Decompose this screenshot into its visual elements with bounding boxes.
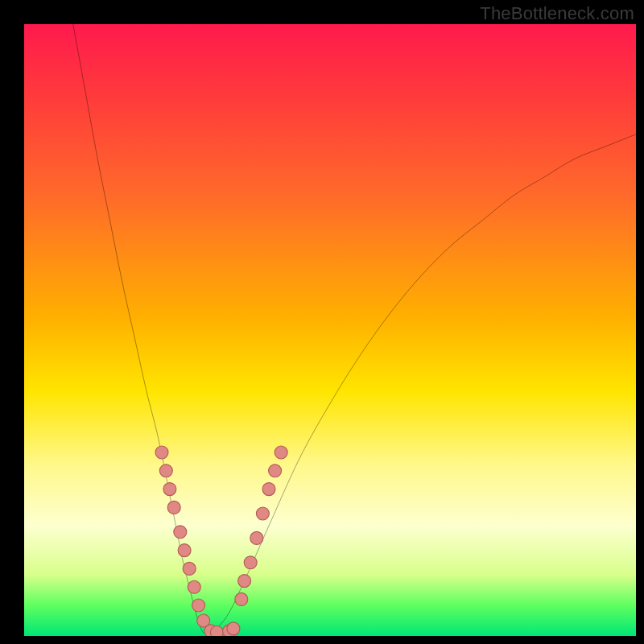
data-dot bbox=[227, 622, 240, 635]
data-dot bbox=[163, 483, 176, 496]
data-dot bbox=[262, 483, 275, 496]
data-dot bbox=[210, 625, 223, 636]
data-dot bbox=[192, 599, 205, 612]
chart-stage: TheBottleneck.com bbox=[0, 0, 644, 644]
data-dot bbox=[269, 464, 282, 477]
data-dot bbox=[244, 556, 257, 569]
data-dot bbox=[178, 544, 191, 557]
series-dots bbox=[155, 446, 287, 636]
data-dot bbox=[238, 575, 251, 588]
data-dot bbox=[275, 446, 287, 459]
plot-area bbox=[24, 24, 636, 636]
chart-svg bbox=[24, 24, 636, 636]
data-dot bbox=[183, 562, 196, 575]
curve-right-branch bbox=[208, 134, 636, 636]
data-dot bbox=[235, 592, 248, 605]
data-dot bbox=[159, 464, 172, 477]
data-dot bbox=[155, 446, 168, 459]
data-dot bbox=[256, 507, 269, 520]
data-dot bbox=[188, 580, 200, 593]
data-dot bbox=[174, 526, 187, 539]
watermark-text: TheBottleneck.com bbox=[480, 3, 634, 24]
data-dot bbox=[167, 501, 180, 514]
series-lines bbox=[73, 24, 636, 636]
data-dot bbox=[250, 531, 263, 544]
